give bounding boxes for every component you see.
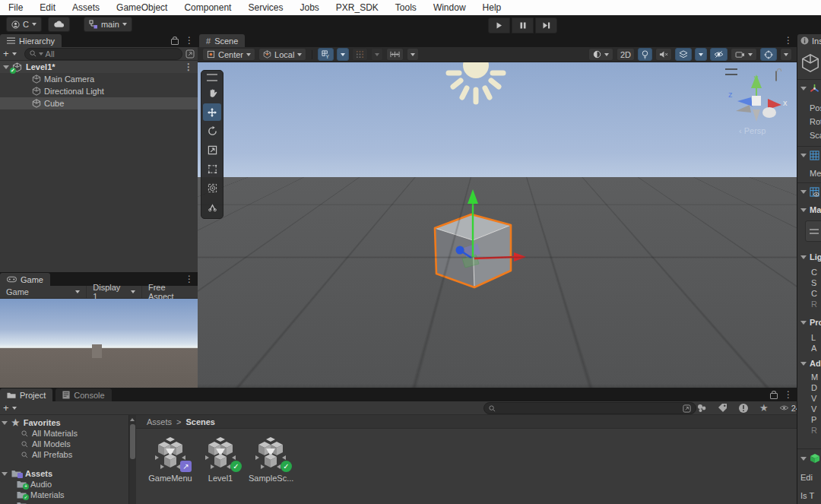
kebab-menu-icon[interactable]: ⋮ bbox=[784, 36, 793, 45]
save-search-star-icon[interactable]: ★ bbox=[759, 402, 769, 414]
lighting-row[interactable]: S bbox=[797, 278, 821, 287]
camera-settings-dropdown[interactable] bbox=[731, 48, 757, 61]
menu-services[interactable]: Services bbox=[239, 2, 291, 13]
tree-scrollbar[interactable] bbox=[128, 415, 136, 504]
mesh-renderer-header[interactable] bbox=[797, 187, 821, 197]
gizmo-x-arrow[interactable] bbox=[514, 252, 526, 262]
foldout-icon[interactable] bbox=[2, 472, 8, 476]
axis-y-cone[interactable] bbox=[751, 74, 762, 88]
foldout-icon[interactable] bbox=[800, 457, 807, 461]
foldout-icon[interactable] bbox=[800, 208, 807, 212]
additional-row[interactable]: P bbox=[797, 415, 821, 424]
probes-row[interactable]: L bbox=[797, 333, 821, 342]
favorite-all-materials[interactable]: All Materials bbox=[0, 428, 128, 439]
view-hand-tool[interactable] bbox=[203, 84, 221, 102]
lighting-row[interactable]: C bbox=[797, 268, 821, 277]
additional-row[interactable]: V bbox=[797, 394, 821, 403]
menu-edit[interactable]: Edit bbox=[31, 2, 64, 13]
rect-tool[interactable] bbox=[203, 160, 221, 178]
foldout-icon[interactable] bbox=[800, 321, 807, 325]
favorite-all-models[interactable]: All Models bbox=[0, 439, 128, 449]
selected-cube[interactable] bbox=[426, 189, 528, 309]
menu-assets[interactable]: Assets bbox=[64, 2, 108, 13]
increment-snap-toggle[interactable] bbox=[352, 48, 368, 61]
folder-materials[interactable]: ✓ Materials bbox=[0, 490, 128, 500]
play-button[interactable] bbox=[488, 17, 510, 33]
tab-project[interactable]: Project bbox=[0, 388, 52, 401]
scene-viewport[interactable]: y z x ‹ Persp bbox=[198, 62, 797, 388]
foldout-icon[interactable] bbox=[2, 421, 8, 425]
effects-toggle[interactable] bbox=[675, 48, 692, 61]
menu-jobs[interactable]: Jobs bbox=[291, 2, 327, 13]
additional-row[interactable]: R bbox=[797, 426, 821, 435]
asset-level1[interactable]: ✓ Level1 bbox=[198, 436, 242, 483]
gizmos-toggle[interactable] bbox=[760, 48, 777, 61]
draw-mode-dropdown[interactable] bbox=[588, 48, 613, 61]
gizmos-dropdown[interactable] bbox=[780, 48, 792, 61]
menu-window[interactable]: Window bbox=[425, 2, 474, 13]
favorites-section[interactable]: ★ Favorites bbox=[0, 417, 128, 428]
tool-handle-rotation-dropdown[interactable]: Local bbox=[258, 48, 306, 61]
project-search-input[interactable] bbox=[483, 402, 696, 414]
is-trigger-row[interactable]: Is T bbox=[797, 491, 821, 500]
position-row[interactable]: Pos bbox=[797, 103, 821, 113]
pause-button[interactable] bbox=[512, 17, 534, 33]
projection-mode-label[interactable]: ‹ Persp bbox=[739, 126, 766, 135]
lighting-row[interactable]: C bbox=[797, 289, 821, 298]
hierarchy-search-input[interactable]: All bbox=[24, 48, 182, 60]
scene-kebab-icon[interactable]: ⋮ bbox=[184, 62, 193, 71]
effects-dropdown[interactable] bbox=[695, 48, 707, 61]
tool-handle-position-dropdown[interactable]: Center bbox=[202, 48, 255, 61]
open-search-window-icon[interactable] bbox=[683, 404, 691, 413]
audio-mute-toggle[interactable] bbox=[655, 48, 672, 61]
foldout-icon[interactable] bbox=[800, 255, 807, 259]
gizmo-z-handle[interactable] bbox=[456, 246, 464, 255]
scroll-up-icon[interactable] bbox=[130, 418, 135, 421]
lighting-foldout[interactable]: Lig bbox=[797, 252, 821, 262]
cloud-button[interactable] bbox=[48, 17, 70, 32]
menu-help[interactable]: Help bbox=[474, 2, 510, 13]
menu-tools[interactable]: Tools bbox=[387, 2, 425, 13]
lock-icon[interactable] bbox=[171, 39, 179, 45]
scale-row[interactable]: Sca bbox=[797, 131, 821, 140]
menu-file[interactable]: File bbox=[0, 2, 31, 13]
create-button[interactable]: + bbox=[3, 50, 9, 58]
material-element[interactable] bbox=[805, 220, 821, 242]
folder-audio[interactable]: + Audio bbox=[0, 479, 128, 490]
foldout-icon[interactable] bbox=[800, 362, 807, 366]
additional-row[interactable]: M bbox=[797, 372, 821, 382]
mesh-filter-header[interactable] bbox=[797, 151, 821, 160]
additional-row[interactable]: V bbox=[797, 404, 821, 414]
aspect-dropdown[interactable]: Free Aspect bbox=[142, 286, 198, 298]
axis-z-cone[interactable] bbox=[737, 97, 753, 106]
scrollbar-thumb[interactable] bbox=[130, 424, 135, 459]
search-filter-icon[interactable] bbox=[39, 52, 43, 55]
tab-hierarchy[interactable]: Hierarchy bbox=[0, 34, 62, 47]
foldout-icon[interactable] bbox=[800, 190, 807, 194]
edit-collider-row[interactable]: Edi bbox=[797, 473, 821, 482]
tab-game[interactable]: Game bbox=[0, 273, 50, 286]
move-tool[interactable] bbox=[203, 103, 221, 121]
lock-icon[interactable] bbox=[770, 393, 778, 399]
scene-root-row[interactable]: ✓ Level1* ⋮ bbox=[0, 61, 198, 73]
grid-dropdown[interactable] bbox=[337, 48, 349, 61]
rotation-row[interactable]: Rot bbox=[797, 117, 821, 126]
menu-component[interactable]: Component bbox=[176, 2, 239, 13]
breadcrumb-root[interactable]: Assets bbox=[147, 417, 172, 426]
menu-pxr-sdk[interactable]: PXR_SDK bbox=[328, 2, 387, 13]
additional-row[interactable]: D bbox=[797, 383, 821, 392]
foldout-icon[interactable] bbox=[800, 87, 807, 90]
version-control-button[interactable]: main bbox=[84, 17, 132, 32]
scene-lighting-toggle[interactable] bbox=[638, 48, 652, 61]
hidden-objects-toggle[interactable] bbox=[710, 48, 727, 61]
assets-root-folder[interactable]: Assets bbox=[0, 468, 128, 479]
kebab-menu-icon[interactable]: ⋮ bbox=[784, 390, 793, 399]
foldout-icon[interactable] bbox=[800, 154, 807, 157]
game-target-dropdown[interactable]: Game bbox=[0, 286, 87, 298]
grid-visibility-toggle[interactable]: Y bbox=[318, 48, 334, 61]
account-button[interactable]: C bbox=[6, 17, 42, 32]
folder-clipped[interactable] bbox=[0, 500, 128, 504]
hierarchy-item-directional-light[interactable]: Directional Light bbox=[0, 85, 198, 97]
search-by-type-icon[interactable] bbox=[696, 403, 707, 413]
menu-gameobject[interactable]: GameObject bbox=[108, 2, 176, 13]
